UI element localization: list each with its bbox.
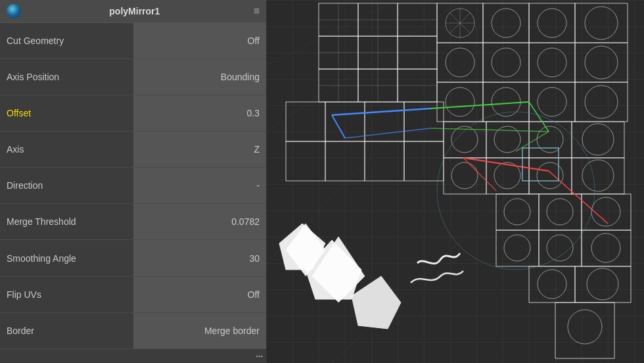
svg-rect-20 [529,3,575,43]
svg-rect-22 [437,43,483,82]
svg-point-87 [568,310,602,344]
property-row-3[interactable]: AxisZ [0,132,266,168]
svg-point-85 [538,270,566,299]
svg-rect-50 [286,141,325,181]
footer-dots: ▪▪▪ [256,352,263,360]
svg-line-89 [332,115,345,138]
panel-icon [7,4,21,18]
svg-point-74 [582,124,614,155]
prop-value-5[interactable]: 0.0782 [133,204,267,240]
svg-point-41 [585,85,618,118]
svg-point-79 [504,199,530,225]
svg-rect-51 [325,141,365,181]
prop-label-2: Offset [0,95,133,131]
svg-point-86 [587,268,618,300]
svg-point-84 [591,233,620,262]
svg-point-78 [582,160,614,191]
svg-rect-67 [582,230,631,266]
svg-point-71 [451,126,478,153]
viewport [266,0,644,363]
svg-point-77 [537,162,563,189]
svg-line-93 [430,128,549,132]
svg-rect-47 [325,102,365,141]
property-row-7[interactable]: Flip UVsOff [0,276,266,312]
svg-point-38 [446,87,474,116]
prop-value-3[interactable]: Z [133,132,267,168]
svg-point-40 [538,87,566,116]
property-row-8[interactable]: BorderMerge border [0,312,266,349]
svg-point-80 [547,199,573,225]
svg-point-32 [538,9,566,37]
prop-value-7[interactable]: Off [133,276,267,312]
svg-rect-25 [575,43,628,82]
svg-rect-24 [529,43,575,82]
property-row-6[interactable]: Smoothing Angle30 [0,240,266,276]
left-panel: polyMirror1 ≡ Cut GeometryOffAxis Positi… [0,0,266,363]
prop-label-1: Axis Position [0,59,133,95]
property-row-4[interactable]: Direction- [0,168,266,204]
svg-point-36 [538,48,566,77]
svg-rect-21 [575,3,628,43]
prop-label-6: Smoothing Angle [0,240,133,276]
svg-rect-29 [575,82,628,122]
prop-label-0: Cut Geometry [0,23,133,59]
prop-label-7: Flip UVs [0,276,133,312]
svg-rect-70 [555,302,614,358]
svg-rect-69 [575,266,631,302]
property-row-1[interactable]: Axis PositionBounding [0,59,266,95]
svg-line-90 [345,128,430,138]
svg-point-37 [585,46,618,79]
panel-menu-icon[interactable]: ≡ [254,5,260,17]
svg-point-73 [537,126,563,153]
svg-point-34 [446,48,474,77]
svg-rect-46 [286,102,325,141]
prop-value-6[interactable]: 30 [133,240,267,276]
svg-rect-28 [529,82,575,122]
prop-label-5: Merge Threshold [0,204,133,240]
svg-rect-61 [572,158,624,194]
svg-line-92 [529,102,549,132]
prop-value-8[interactable]: Merge border [133,312,267,349]
panel-title: polyMirror1 [21,6,248,16]
svg-point-82 [504,235,530,261]
svg-line-88 [332,109,430,115]
properties-table: Cut GeometryOffAxis PositionBoundingOffs… [0,23,266,349]
svg-point-75 [451,162,478,189]
prop-value-1[interactable]: Bounding [133,59,267,95]
panel-footer: ▪▪▪ [0,349,266,363]
svg-line-91 [430,102,529,109]
panel-header: polyMirror1 ≡ [0,0,266,23]
prop-value-4[interactable]: - [133,168,267,204]
svg-point-83 [547,235,573,261]
property-row-2[interactable]: Offset0.3 [0,95,266,131]
property-row-5[interactable]: Merge Threshold0.0782 [0,204,266,240]
prop-label-8: Border [0,312,133,349]
svg-rect-23 [483,43,529,82]
prop-label-4: Direction [0,168,133,204]
svg-line-96 [549,171,608,224]
svg-rect-68 [529,266,575,302]
svg-point-35 [492,48,520,77]
viewport-svg [266,0,644,363]
svg-point-33 [585,7,618,39]
prop-value-0[interactable]: Off [133,23,267,59]
svg-rect-26 [437,82,483,122]
svg-rect-53 [404,141,444,181]
main-container: polyMirror1 ≡ Cut GeometryOffAxis Positi… [0,0,644,363]
property-row-0[interactable]: Cut GeometryOff [0,23,266,59]
prop-label-3: Axis [0,132,133,168]
prop-value-2[interactable]: 0.3 [133,95,267,131]
svg-rect-52 [365,141,404,181]
svg-rect-64 [582,194,631,230]
